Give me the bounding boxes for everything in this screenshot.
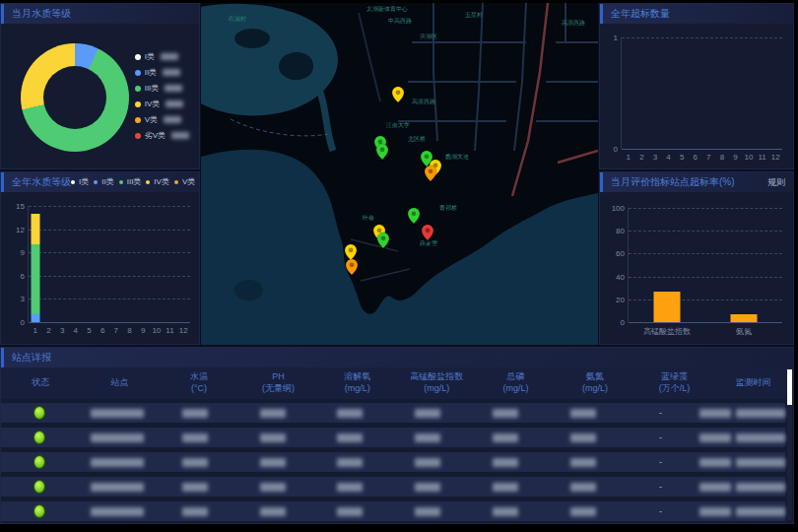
x-tick-label: 高锰酸盐指数 — [643, 326, 691, 337]
legend-item[interactable]: V类 — [135, 114, 189, 125]
table-row[interactable]: - — [1, 428, 785, 447]
legend-item[interactable]: V类 — [174, 173, 195, 191]
station-cell — [79, 433, 157, 442]
panel-station-table: 站点详报 状态站点水温(°C)PH(无量纲)溶解氧(mg/L)高锰酸盐指数(mg… — [0, 347, 794, 524]
redacted-value — [415, 507, 440, 516]
metric-cell — [389, 409, 467, 418]
legend-item[interactable]: II类 — [94, 173, 113, 191]
metric-cell — [157, 507, 234, 516]
legend-item[interactable]: I类 — [135, 51, 189, 62]
redacted-value — [415, 409, 440, 418]
x-tick-label: 2 — [639, 153, 643, 162]
table-body: ----- — [1, 403, 785, 523]
column-header: 监测时间 — [714, 377, 793, 389]
stacked-bar[interactable] — [179, 206, 188, 322]
metric-cell — [311, 409, 389, 418]
stacked-bar[interactable] — [99, 206, 107, 322]
map[interactable]: 石浦村太湖新体育中心中高西路滨湖区五星村高浪西路高浪西路江南大学北区桥蠡湖大道青… — [201, 3, 598, 345]
x-tick-label: 12 — [771, 153, 780, 162]
legend-item[interactable]: III类 — [135, 83, 189, 94]
algae-value: - — [659, 506, 662, 516]
table-row[interactable]: - — [1, 452, 785, 472]
legend-item[interactable]: IV类 — [135, 99, 189, 109]
redacted-value — [182, 409, 208, 418]
table-scrollbar[interactable] — [787, 368, 792, 520]
annual-grade-chart[interactable]: 03691215123456789101112 — [28, 206, 190, 322]
table-scrollbar-thumb[interactable] — [787, 369, 792, 405]
metric-cell — [544, 409, 622, 418]
legend-label: 劣V类 — [145, 130, 166, 141]
x-tick-label: 氨氮 — [736, 326, 752, 337]
x-tick-label: 10 — [745, 153, 754, 162]
redacted-value — [182, 433, 208, 442]
x-tick-label: 11 — [758, 153, 765, 162]
redacted-value — [91, 458, 144, 467]
column-header: 高锰酸盐指数(mg/L) — [397, 371, 476, 394]
map-place-label: 北区桥 — [408, 135, 426, 143]
metric-cell — [467, 433, 545, 442]
gridline — [622, 37, 782, 38]
y-tick-label: 0 — [621, 318, 625, 327]
x-tick-label: 7 — [114, 326, 118, 335]
water-grade-donut-chart[interactable] — [21, 43, 129, 152]
status-ok-icon — [33, 455, 45, 469]
status-ok-icon — [33, 431, 45, 444]
stacked-bar[interactable] — [111, 206, 120, 322]
station-cell — [79, 458, 157, 467]
legend-label: II类 — [101, 173, 113, 191]
x-tick-label: 4 — [74, 326, 78, 335]
legend-item[interactable]: II类 — [135, 67, 189, 78]
panel-annual-exceed: 全年超标数量 01123456789101112 — [599, 3, 794, 169]
legend-item[interactable]: IV类 — [146, 173, 169, 191]
stacked-bar[interactable] — [152, 206, 161, 322]
gridline — [629, 208, 782, 209]
stacked-bar[interactable] — [166, 206, 174, 322]
y-tick-label: 12 — [16, 225, 25, 233]
algae-value: - — [659, 408, 662, 418]
y-tick-label: 100 — [612, 204, 625, 213]
stacked-bar[interactable] — [125, 206, 134, 322]
stacked-bar[interactable] — [31, 206, 39, 322]
panel-monthly-grade: 当月水质等级 I类II类III类IV类V类劣V类 — [0, 3, 200, 169]
algae-value: - — [659, 482, 662, 492]
donut-legend: I类II类III类IV类V类劣V类 — [135, 51, 189, 141]
redacted-value — [337, 433, 363, 442]
metric-cell — [389, 507, 467, 516]
redacted-value — [493, 483, 518, 492]
bar[interactable] — [654, 292, 681, 322]
gridline — [29, 322, 190, 323]
table-row[interactable]: - — [1, 501, 785, 521]
metric-cell — [233, 483, 311, 492]
legend-dot-icon — [135, 117, 141, 123]
table-row[interactable]: - — [1, 403, 785, 423]
legend-item[interactable]: 劣V类 — [135, 130, 189, 141]
redacted-value — [699, 507, 731, 516]
annual-exceed-chart[interactable]: 01123456789101112 — [621, 37, 782, 149]
legend-dot-icon — [135, 70, 141, 76]
stacked-bar[interactable] — [58, 206, 67, 322]
bar[interactable] — [731, 314, 758, 322]
legend-label: I类 — [145, 51, 155, 62]
x-tick-label: 6 — [693, 153, 697, 162]
table-row[interactable]: - — [1, 477, 785, 497]
stacked-bar[interactable] — [71, 206, 80, 322]
legend-item[interactable]: I类 — [71, 173, 89, 191]
rules-button[interactable]: 规则 — [767, 173, 785, 191]
status-ok-icon — [33, 504, 45, 518]
map-place-label: 高浪西路 — [562, 19, 585, 27]
status-ok-icon — [33, 406, 45, 420]
status-cell — [1, 504, 79, 518]
y-tick-label: 3 — [21, 295, 25, 303]
time-cell — [699, 409, 785, 418]
stacked-bar[interactable] — [85, 206, 94, 322]
metric-cell — [389, 483, 467, 492]
metric-cell — [467, 458, 545, 467]
legend-item[interactable]: III类 — [119, 173, 142, 191]
monthly-rate-chart[interactable]: 020406080100高锰酸盐指数氨氮 — [628, 208, 782, 322]
stacked-bar[interactable] — [139, 206, 148, 322]
dashboard: 当月水质等级 I类II类III类IV类V类劣V类 全年水质等级 I类II类III… — [0, 3, 794, 524]
stacked-bar[interactable] — [44, 206, 53, 322]
map-lake-island — [234, 29, 270, 48]
gridline — [629, 231, 782, 232]
redacted-value — [91, 507, 144, 516]
